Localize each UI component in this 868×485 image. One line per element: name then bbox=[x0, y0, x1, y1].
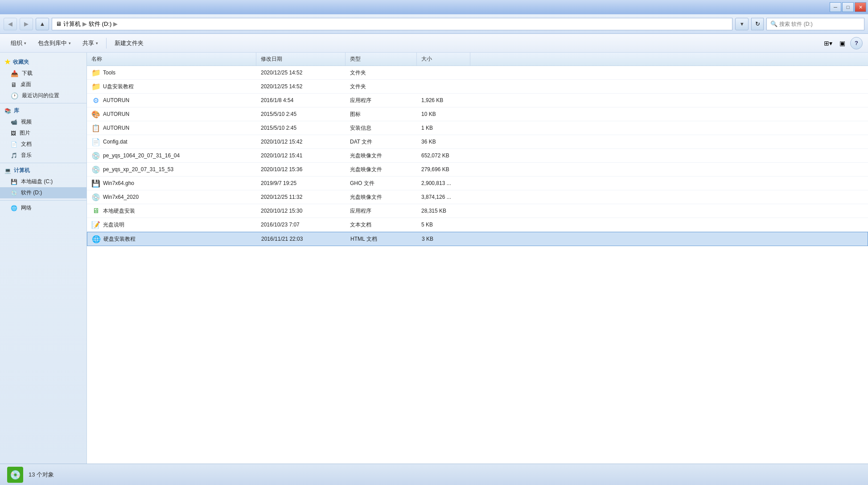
file-name-cell: 💿 pe_yqs_xp_20_07_31_15_53 bbox=[87, 163, 256, 176]
col-header-type[interactable]: 类型 bbox=[346, 53, 417, 66]
computer-icon: 💻 bbox=[4, 168, 11, 174]
sidebar-item-docs[interactable]: 📄 文档 bbox=[0, 139, 86, 150]
empty-area[interactable] bbox=[87, 246, 868, 424]
file-size: 36 KB bbox=[421, 139, 436, 145]
file-name-cell: 💿 Win7x64_2020 bbox=[87, 190, 256, 204]
sidebar-item-network[interactable]: 🌐 网络 bbox=[0, 202, 86, 214]
table-row[interactable]: 💾 Win7x64.gho 2019/9/7 19:25 GHO 文件 2,90… bbox=[87, 177, 868, 190]
table-row[interactable]: 📄 Config.dat 2020/10/12 15:42 DAT 文件 36 … bbox=[87, 135, 868, 149]
file-type: 光盘映像文件 bbox=[350, 166, 382, 173]
sidebar-section-library: 📚 库 📹 视频 🖼 图片 📄 文档 🎵 音乐 bbox=[0, 105, 86, 161]
library-icon: 📚 bbox=[4, 108, 11, 114]
table-row[interactable]: 🎨 AUTORUN 2015/5/10 2:45 图标 10 KB bbox=[87, 107, 868, 121]
file-type-icon: 💿 bbox=[91, 193, 100, 201]
file-type-icon: 📋 bbox=[91, 123, 100, 132]
table-row[interactable]: 📋 AUTORUN 2015/5/10 2:45 安装信息 1 KB bbox=[87, 121, 868, 135]
close-button[interactable]: ✕ bbox=[855, 2, 866, 12]
sidebar-item-disk-d[interactable]: 💿 软件 (D:) bbox=[0, 187, 86, 198]
sidebar-library-header[interactable]: 📚 库 bbox=[0, 105, 86, 116]
file-name: AUTORUN bbox=[103, 125, 129, 131]
file-modified: 2020/12/25 14:52 bbox=[261, 70, 302, 76]
file-type: 光盘映像文件 bbox=[350, 152, 382, 160]
file-type-cell: 图标 bbox=[346, 107, 417, 121]
include-library-dropdown-icon: ▾ bbox=[69, 41, 71, 45]
forward-button[interactable]: ▶ bbox=[20, 18, 33, 30]
table-row[interactable]: ⚙ AUTORUN 2016/1/8 4:54 应用程序 1,926 KB bbox=[87, 94, 868, 107]
col-header-size[interactable]: 大小 bbox=[417, 53, 470, 66]
recent-icon: 🕐 bbox=[11, 92, 18, 99]
col-header-modified[interactable]: 修改日期 bbox=[256, 53, 346, 66]
preview-pane-button[interactable]: ▣ bbox=[836, 37, 848, 49]
file-modified-cell: 2020/10/12 15:36 bbox=[256, 163, 346, 176]
sidebar-divider2 bbox=[0, 163, 86, 163]
toolbar: 组织 ▾ 包含到库中 ▾ 共享 ▾ 新建文件夹 ⊞▾ ▣ ? bbox=[0, 34, 868, 53]
file-size: 1,926 KB bbox=[421, 97, 443, 103]
table-row[interactable]: 🌐 硬盘安装教程 2016/11/21 22:03 HTML 文档 3 KB bbox=[87, 232, 868, 246]
file-type-icon: 📁 bbox=[91, 68, 100, 77]
breadcrumb-computer[interactable]: 计算机 bbox=[63, 20, 81, 28]
table-row[interactable]: 🖥 本地硬盘安装 2020/10/12 15:30 应用程序 28,315 KB bbox=[87, 204, 868, 218]
file-list[interactable]: 名称 修改日期 类型 大小 📁 Tools 2020/12/25 14:52 文… bbox=[87, 53, 868, 464]
file-size-cell: 3 KB bbox=[417, 232, 471, 246]
file-modified: 2015/5/10 2:45 bbox=[261, 125, 296, 131]
search-icon: 🔍 bbox=[770, 21, 777, 27]
sidebar-item-recent[interactable]: 🕐 最近访问的位置 bbox=[0, 90, 86, 101]
breadcrumb[interactable]: 🖥 计算机 ▶ 软件 (D:) ▶ bbox=[52, 18, 732, 30]
sidebar-item-disk-c[interactable]: 💾 本地磁盘 (C:) bbox=[0, 176, 86, 187]
search-input[interactable] bbox=[779, 21, 860, 27]
search-box[interactable]: 🔍 bbox=[766, 18, 864, 30]
table-row[interactable]: 📁 Tools 2020/12/25 14:52 文件夹 bbox=[87, 66, 868, 80]
organize-label: 组织 bbox=[11, 39, 22, 47]
breadcrumb-drive[interactable]: 软件 (D:) bbox=[89, 20, 111, 28]
sidebar-computer-label: 计算机 bbox=[14, 167, 30, 174]
sidebar-item-desktop[interactable]: 🖥 桌面 bbox=[0, 79, 86, 90]
file-type-cell: 安装信息 bbox=[346, 121, 417, 135]
refresh-button[interactable]: ↻ bbox=[751, 18, 764, 30]
sidebar-item-music[interactable]: 🎵 音乐 bbox=[0, 150, 86, 161]
sidebar-item-video[interactable]: 📹 视频 bbox=[0, 116, 86, 127]
breadcrumb-dropdown[interactable]: ▾ bbox=[735, 18, 749, 30]
file-type-cell: HTML 文档 bbox=[346, 232, 417, 246]
up-button[interactable]: ▲ bbox=[36, 18, 49, 30]
file-modified-cell: 2016/10/23 7:07 bbox=[256, 218, 346, 231]
file-type-icon: 📝 bbox=[91, 220, 100, 229]
file-type-icon: 💾 bbox=[91, 179, 100, 188]
new-folder-button[interactable]: 新建文件夹 bbox=[109, 36, 149, 50]
sidebar-video-label: 视频 bbox=[21, 118, 32, 126]
sidebar-favorites-header[interactable]: ★ 收藏夹 bbox=[0, 56, 86, 68]
file-type: HTML 文档 bbox=[350, 235, 377, 243]
table-row[interactable]: 💿 Win7x64_2020 2020/12/25 11:32 光盘映像文件 3… bbox=[87, 190, 868, 204]
sidebar-image-label: 图片 bbox=[20, 129, 30, 137]
breadcrumb-sep1: ▶ bbox=[82, 21, 87, 27]
file-type-icon: 🌐 bbox=[92, 234, 101, 243]
maximize-button[interactable]: □ bbox=[842, 2, 854, 12]
main-content: ★ 收藏夹 📥 下载 🖥 桌面 🕐 最近访问的位置 📚 库 bbox=[0, 53, 868, 464]
file-type-cell: DAT 文件 bbox=[346, 135, 417, 148]
share-button[interactable]: 共享 ▾ bbox=[77, 36, 103, 50]
col-header-name[interactable]: 名称 bbox=[87, 53, 256, 66]
file-name: Tools bbox=[103, 70, 115, 76]
sidebar-section-computer: 💻 计算机 💾 本地磁盘 (C:) 💿 软件 (D:) bbox=[0, 165, 86, 198]
help-button[interactable]: ? bbox=[850, 37, 863, 49]
file-modified: 2020/12/25 11:32 bbox=[261, 194, 302, 200]
new-folder-label: 新建文件夹 bbox=[115, 39, 144, 47]
file-modified: 2019/9/7 19:25 bbox=[261, 180, 296, 186]
sidebar-item-images[interactable]: 🖼 图片 bbox=[0, 127, 86, 139]
table-row[interactable]: 📁 U盘安装教程 2020/12/25 14:52 文件夹 bbox=[87, 80, 868, 94]
file-type-cell: 文本文档 bbox=[346, 218, 417, 231]
minimize-button[interactable]: ─ bbox=[830, 2, 841, 12]
titlebar: ─ □ ✕ bbox=[0, 0, 868, 14]
file-size-cell: 1,926 KB bbox=[417, 94, 470, 107]
view-options-button[interactable]: ⊞▾ bbox=[822, 37, 834, 49]
back-button[interactable]: ◀ bbox=[4, 18, 17, 30]
sidebar-item-downloads[interactable]: 📥 下载 bbox=[0, 68, 86, 79]
file-rows-container: 📁 Tools 2020/12/25 14:52 文件夹 📁 U盘安装教程 20… bbox=[87, 66, 868, 246]
include-library-button[interactable]: 包含到库中 ▾ bbox=[33, 36, 76, 50]
table-row[interactable]: 💿 pe_yqs_1064_20_07_31_16_04 2020/10/12 … bbox=[87, 149, 868, 163]
table-row[interactable]: 💿 pe_yqs_xp_20_07_31_15_53 2020/10/12 15… bbox=[87, 163, 868, 177]
sidebar-favorites-label: 收藏夹 bbox=[13, 58, 29, 66]
file-type-cell: 光盘映像文件 bbox=[346, 149, 417, 162]
table-row[interactable]: 📝 光盘说明 2016/10/23 7:07 文本文档 5 KB bbox=[87, 218, 868, 232]
organize-button[interactable]: 组织 ▾ bbox=[5, 36, 32, 50]
sidebar-computer-header[interactable]: 💻 计算机 bbox=[0, 165, 86, 176]
